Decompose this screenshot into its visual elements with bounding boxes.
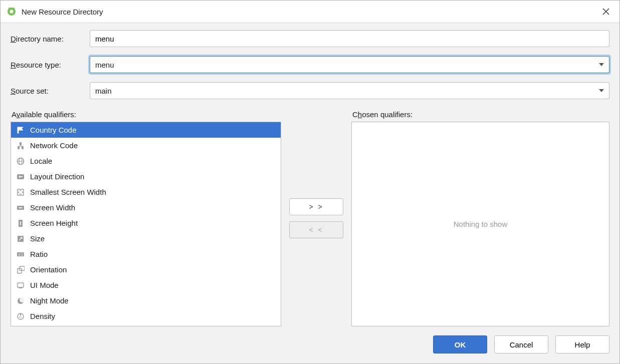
qualifier-item[interactable]: Screen Width	[11, 200, 281, 215]
qualifier-label: UI Mode	[30, 281, 59, 289]
qualifier-label: Locale	[30, 157, 52, 165]
uimode-icon	[16, 281, 25, 290]
night-icon	[16, 296, 25, 305]
qualifier-label: Network Code	[30, 141, 78, 150]
ratio-icon: 4:3	[16, 250, 25, 259]
qualifier-label: Screen Width	[30, 203, 75, 212]
expand-icon	[16, 188, 25, 197]
direction-icon	[16, 172, 25, 181]
qualifier-item[interactable]: 4:3Ratio	[11, 246, 281, 262]
resource-type-value: menu	[95, 61, 114, 69]
flag-icon	[16, 126, 25, 135]
resource-type-dropdown[interactable]: menu	[90, 56, 609, 73]
svg-rect-8	[18, 146, 20, 149]
qualifier-label: Layout Direction	[30, 172, 84, 181]
dialog-title: New Resource Directory	[22, 8, 103, 16]
directory-name-label: Directory name:	[11, 35, 90, 43]
qualifier-label: Smallest Screen Width	[30, 188, 106, 196]
height-icon	[16, 219, 25, 228]
globe-icon	[16, 157, 25, 166]
qualifier-label: Density	[30, 312, 55, 320]
source-set-row: Source set: main	[11, 82, 609, 99]
close-button[interactable]	[598, 4, 613, 19]
qualifier-item[interactable]: Network Code	[11, 138, 281, 153]
chosen-qualifiers-label: Chosen qualifiers:	[351, 110, 609, 119]
add-qualifier-button[interactable]: > >	[289, 198, 343, 215]
available-qualifiers-column: Available qualifiers: Country CodeNetwor…	[11, 110, 281, 326]
new-resource-directory-dialog: New Resource Directory Directory name: R…	[0, 0, 620, 364]
size-icon	[16, 234, 25, 243]
svg-rect-24	[18, 283, 24, 287]
move-buttons-column: > > < <	[281, 110, 351, 326]
chosen-qualifiers-list[interactable]: Nothing to show	[351, 122, 609, 326]
available-qualifiers-list[interactable]: Country CodeNetwork CodeLocaleLayout Dir…	[11, 122, 281, 326]
dialog-footer: OK Cancel Help	[1, 332, 619, 363]
svg-rect-9	[22, 146, 24, 149]
qualifier-item[interactable]: Smallest Screen Width	[11, 184, 281, 200]
help-button[interactable]: Help	[555, 335, 609, 353]
qualifier-item[interactable]: DDensity	[11, 308, 281, 324]
qualifier-item[interactable]: UI Mode	[11, 277, 281, 293]
ok-button[interactable]: OK	[433, 335, 487, 353]
width-icon	[16, 203, 25, 212]
chosen-empty-message: Nothing to show	[352, 122, 609, 326]
svg-rect-2	[9, 8, 10, 10]
qualifier-label: Size	[30, 234, 45, 243]
svg-rect-3	[14, 8, 15, 10]
qualifier-item[interactable]: Locale	[11, 153, 281, 169]
qualifier-label: Screen Height	[30, 219, 78, 227]
density-icon: D	[16, 312, 25, 321]
svg-point-1	[10, 10, 14, 14]
directory-name-input[interactable]	[90, 30, 609, 47]
qualifier-label: Night Mode	[30, 296, 69, 305]
remove-qualifier-button[interactable]: < <	[289, 221, 343, 238]
resource-type-row: Resource type: menu	[11, 56, 609, 73]
directory-name-row: Directory name:	[11, 30, 609, 47]
svg-text:4:3: 4:3	[18, 253, 23, 256]
cancel-button[interactable]: Cancel	[494, 335, 548, 353]
qualifier-label: Country Code	[30, 126, 77, 134]
titlebar: New Resource Directory	[1, 1, 619, 23]
qualifier-label: Ratio	[30, 250, 48, 258]
qualifier-item[interactable]: Layout Direction	[11, 169, 281, 184]
svg-point-27	[20, 297, 25, 302]
source-set-label: Source set:	[11, 87, 90, 95]
qualifier-item[interactable]: Size	[11, 231, 281, 246]
chosen-qualifiers-column: Chosen qualifiers: Nothing to show	[351, 110, 609, 326]
network-icon	[16, 141, 25, 150]
dialog-body: Directory name: Resource type: menu Sour…	[1, 23, 619, 326]
qualifier-item[interactable]: Screen Height	[11, 215, 281, 231]
svg-text:D: D	[20, 315, 22, 318]
close-icon	[602, 8, 609, 15]
orientation-icon	[16, 265, 25, 274]
svg-rect-25	[19, 287, 22, 288]
source-set-value: main	[95, 87, 112, 95]
qualifier-label: Orientation	[30, 265, 67, 274]
chevron-down-icon	[599, 63, 604, 66]
svg-rect-7	[20, 142, 22, 145]
qualifier-item[interactable]: Orientation	[11, 262, 281, 277]
resource-type-label: Resource type:	[11, 61, 90, 69]
chevron-down-icon	[599, 89, 604, 92]
qualifiers-area: Available qualifiers: Country CodeNetwor…	[11, 110, 609, 326]
qualifier-item[interactable]: Night Mode	[11, 293, 281, 308]
qualifier-item[interactable]: Country Code	[11, 122, 281, 138]
source-set-dropdown[interactable]: main	[90, 82, 609, 99]
available-qualifiers-label: Available qualifiers:	[11, 110, 281, 119]
app-icon	[7, 7, 17, 17]
